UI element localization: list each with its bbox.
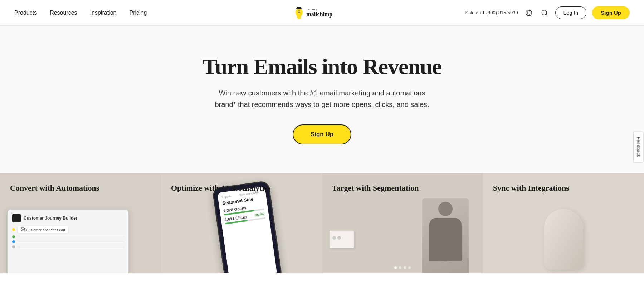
dot-2-carousel	[404, 266, 406, 269]
tablet-header: Customer Journey Builder	[12, 214, 124, 222]
phone-screen: Reports View campaign Seasonal Sale 7,32…	[217, 186, 277, 273]
nav-products[interactable]: Products	[14, 10, 37, 16]
journey-label-1: Customer abandons cart	[18, 226, 68, 233]
product-image-placeholder	[544, 209, 583, 270]
globe-icon-button[interactable]	[524, 8, 534, 18]
hero-section: Turn Emails into Revenue Win new custome…	[0, 26, 644, 173]
mailchimp-logo-svg: INTUIT mailchimp	[293, 4, 351, 21]
svg-rect-7	[297, 6, 301, 9]
abandon-cart-label: Customer abandons cart	[26, 228, 65, 232]
svg-point-3	[299, 10, 300, 11]
journey-dot-yellow	[12, 228, 15, 231]
journey-row-2	[12, 235, 124, 238]
phone-mockup: Reports View campaign Seasonal Sale 7,32…	[212, 180, 282, 273]
feature-card-analytics: Optimize with AI & Analytics Reports Vie…	[161, 173, 322, 273]
feature-card-integrations: Sync with Integrations	[483, 173, 644, 273]
login-button[interactable]: Log In	[555, 6, 587, 19]
carousel-dots	[394, 266, 411, 269]
svg-text:INTUIT: INTUIT	[307, 8, 318, 11]
feature-title-segmentation: Target with Segmentation	[332, 183, 419, 193]
journey-line-3	[18, 247, 124, 247]
hero-title: Turn Emails into Revenue	[7, 54, 637, 79]
tablet-title-text: Customer Journey Builder	[24, 216, 78, 221]
tablet-app-icon	[12, 214, 21, 222]
globe-icon	[525, 9, 532, 16]
journey-dot-gray	[12, 245, 15, 248]
feedback-tab[interactable]: Feedback	[634, 132, 644, 163]
journey-dot-green	[12, 235, 15, 238]
person-body	[429, 218, 462, 261]
dot-1-carousel	[399, 266, 401, 269]
play-icon	[21, 227, 25, 231]
journey-row-1: Customer abandons cart	[12, 226, 124, 233]
dot-2	[337, 236, 341, 240]
person-head	[438, 202, 453, 216]
envelope-mockup	[329, 230, 358, 266]
svg-point-2	[298, 10, 299, 11]
pct-badge: 66.7%	[254, 212, 265, 217]
svg-point-12	[542, 10, 546, 15]
dot-active	[394, 266, 397, 269]
svg-text:mailchimp: mailchimp	[306, 11, 332, 18]
envelope-front	[329, 230, 354, 248]
tablet-mockup: Customer Journey Builder Customer abando…	[7, 209, 129, 273]
hero-signup-button[interactable]: Sign Up	[293, 124, 351, 144]
signup-nav-button[interactable]: Sign Up	[592, 6, 630, 19]
feature-title-automations: Convert with Automations	[10, 183, 99, 193]
hero-subtitle: Win new customers with the #1 email mark…	[215, 87, 429, 110]
navbar: Products Resources Inspiration Pricing	[0, 0, 644, 26]
feature-card-segmentation: Target with Segmentation	[322, 173, 483, 273]
search-icon-button[interactable]	[540, 8, 550, 18]
dot-3-carousel	[408, 266, 411, 269]
nav-resources[interactable]: Resources	[50, 10, 77, 16]
person-image-placeholder	[422, 198, 469, 273]
cylinder-shape	[544, 209, 583, 270]
features-section: Convert with Automations Customer Journe…	[0, 173, 644, 273]
journey-row-4	[12, 245, 124, 248]
journey-row-3	[12, 240, 124, 243]
nav-logo[interactable]: INTUIT mailchimp	[293, 4, 351, 21]
svg-point-5	[298, 11, 300, 12]
nav-right: Sales: +1 (800) 315-5939 Log In Sign Up	[465, 6, 630, 19]
svg-point-1	[297, 8, 302, 14]
feature-card-automations: Convert with Automations Customer Journe…	[0, 173, 161, 273]
nav-inspiration[interactable]: Inspiration	[90, 10, 117, 16]
nav-left: Products Resources Inspiration Pricing	[14, 10, 147, 16]
feature-title-analytics: Optimize with AI & Analytics	[171, 183, 271, 193]
dot-1	[332, 236, 336, 240]
sales-phone: Sales: +1 (800) 315-5939	[465, 10, 518, 15]
svg-point-8	[297, 14, 301, 19]
search-icon	[541, 9, 548, 16]
feature-title-integrations: Sync with Integrations	[493, 183, 569, 193]
journey-dot-blue	[12, 240, 15, 243]
journey-line	[18, 237, 124, 237]
nav-pricing[interactable]: Pricing	[129, 10, 147, 16]
journey-line-2	[18, 242, 124, 242]
